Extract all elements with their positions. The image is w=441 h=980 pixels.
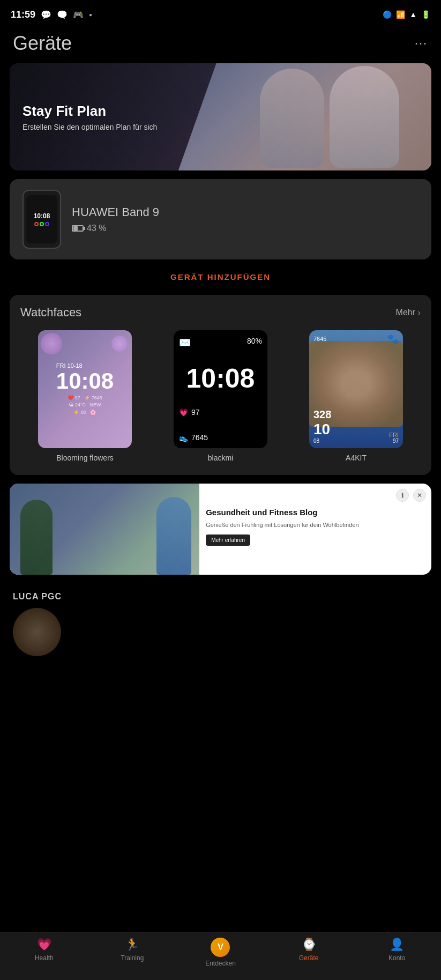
ring-red xyxy=(34,222,39,226)
blog-controls: ℹ ✕ xyxy=(396,489,426,502)
device-name: HUAWEI Band 9 xyxy=(72,205,418,219)
training-icon: 🏃 xyxy=(125,938,139,952)
wf-blackmi-steps: 👟 7645 xyxy=(179,433,208,442)
blog-mehr-erfahren-button[interactable]: Mehr erfahren xyxy=(206,534,250,546)
watch-screen: 10:08 xyxy=(26,195,57,243)
message-icon: 🗨️ xyxy=(57,10,68,20)
wf-blackmi-heart: 💗 97 xyxy=(179,408,200,417)
wf-blooming-date: FRI 10-18 xyxy=(56,362,114,369)
entdecken-icon: V xyxy=(211,938,230,957)
runner1 xyxy=(20,500,53,575)
wf-blooming-time: 10:08 xyxy=(56,370,114,392)
wf-a4kit-label: A4KIT xyxy=(346,454,367,462)
watchfaces-section: Watchfaces Mehr FRI 10-18 10:08 ❤️ 97 ⚡ … xyxy=(10,295,431,475)
device-info: HUAWEI Band 9 43 % xyxy=(72,205,418,233)
device-card[interactable]: 10:08 HUAWEI Band 9 43 % xyxy=(10,179,431,259)
watchface-preview-blooming: FRI 10-18 10:08 ❤️ 97 ⚡ 7645 🌤 24°C NEW … xyxy=(38,330,132,448)
page-header: Geräte ⋯ xyxy=(0,27,441,63)
mehr-chevron-icon xyxy=(417,307,421,318)
watchfaces-header: Watchfaces Mehr xyxy=(20,306,421,320)
wf-blooming-stats: ❤️ 97 ⚡ 7645 🌤 24°C NEW ⚡ 80 🌸 xyxy=(56,395,114,417)
watch-time-display: 10:08 xyxy=(34,212,50,220)
blog-info-button[interactable]: ℹ xyxy=(396,489,409,502)
watch-activity-rings xyxy=(34,222,49,226)
status-bar: 11:59 💬 🗨️ 🎮 ● 🔵 📶 ▲ 🔋 xyxy=(0,0,441,27)
wf-a4kit-bottom: 328 10 08 FRI 97 xyxy=(313,409,399,444)
health-icon: 💗 xyxy=(37,938,51,952)
watchface-item-blackmi[interactable]: ✉️ 80% 10:08 💗 97 👟 7645 blackmi xyxy=(156,330,285,462)
watchface-preview-a4kit: 🐾 7645 328 10 08 FRI 97 xyxy=(309,330,403,448)
luca-avatar[interactable] xyxy=(13,608,61,656)
add-device-label: GERÄT HINZUFÜGEN xyxy=(170,272,271,281)
wf-blackmi-heart-val: 97 xyxy=(191,408,200,417)
luca-title: LUCA PGC xyxy=(13,592,428,602)
more-menu-button[interactable]: ⋯ xyxy=(414,36,428,51)
main-content: Geräte ⋯ Stay Fit Plan Erstellen Sie den… xyxy=(0,27,441,738)
mehr-label: Mehr xyxy=(396,308,415,317)
training-label: Training xyxy=(121,954,144,962)
geraete-icon: ⌚ xyxy=(302,938,316,952)
wf-a4kit-steps-num: 7645 xyxy=(313,336,326,342)
stay-fit-banner[interactable]: Stay Fit Plan Erstellen Sie den optimale… xyxy=(10,63,431,170)
konto-label: Konto xyxy=(388,954,405,962)
watchface-preview-blackmi: ✉️ 80% 10:08 💗 97 👟 7645 xyxy=(174,330,267,448)
wf-blackmi-mail-icon: ✉️ xyxy=(179,337,191,348)
battery-percent: 43 % xyxy=(87,224,106,233)
bottom-navigation: 💗 Health 🏃 Training V Entdecken ⌚ Geräte… xyxy=(0,932,441,980)
flower-decoration-1 xyxy=(41,333,62,354)
wf-a4kit-day: FRI xyxy=(389,432,399,438)
watchfaces-title: Watchfaces xyxy=(20,306,81,320)
luca-section: LUCA PGC xyxy=(0,583,441,660)
wf-a4kit-top-right: 🐾 xyxy=(387,333,399,345)
nav-item-health[interactable]: 💗 Health xyxy=(23,938,65,972)
flower-decoration-2 xyxy=(111,336,128,352)
wf-blackmi-label: blackmi xyxy=(208,454,233,462)
watchface-item-blooming[interactable]: FRI 10-18 10:08 ❤️ 97 ⚡ 7645 🌤 24°C NEW … xyxy=(20,330,150,462)
nav-item-geraete[interactable]: ⌚ Geräte xyxy=(287,938,330,972)
bluetooth-icon: 🔵 xyxy=(383,10,392,19)
banner-text-container: Stay Fit Plan Erstellen Sie den optimale… xyxy=(23,103,157,131)
blog-description: Genieße den Frühling mit Lösungen für de… xyxy=(206,521,425,529)
geraete-label: Geräte xyxy=(299,954,319,962)
nav-item-konto[interactable]: 👤 Konto xyxy=(376,938,418,972)
wf-a4kit-time: 10 xyxy=(313,421,331,438)
banner-person2 xyxy=(330,66,399,168)
wf-a4kit-heart: 08 xyxy=(313,438,331,444)
device-watch-image: 10:08 xyxy=(23,190,61,249)
blog-close-button[interactable]: ✕ xyxy=(413,489,426,502)
banner-title: Stay Fit Plan xyxy=(23,103,157,120)
blog-image xyxy=(10,484,199,575)
add-device-button[interactable]: GERÄT HINZUFÜGEN xyxy=(0,268,441,295)
nav-item-entdecken[interactable]: V Entdecken xyxy=(199,938,242,972)
wf-blackmi-percent: 80% xyxy=(247,337,262,348)
entdecken-label: Entdecken xyxy=(205,960,236,967)
time-display: 11:59 xyxy=(11,9,35,20)
wf-blackmi-time: 10:08 xyxy=(179,365,262,392)
blog-card[interactable]: ℹ ✕ Gesundheit und Fitness Blog Genieße … xyxy=(10,484,431,575)
wifi-icon: 📶 xyxy=(396,10,405,19)
status-right-icons: 🔵 📶 ▲ 🔋 xyxy=(383,10,430,19)
nav-item-training[interactable]: 🏃 Training xyxy=(111,938,154,972)
wf-blackmi-top: ✉️ 80% xyxy=(179,337,262,348)
entdecken-v-icon: V xyxy=(218,942,223,952)
battery-icon-status: 🔋 xyxy=(421,10,430,19)
wf-a4kit-heart-val: 97 xyxy=(389,438,399,444)
ring-green xyxy=(40,222,44,226)
page-title: Geräte xyxy=(13,32,72,55)
ring-blue xyxy=(45,222,49,226)
battery-icon-device xyxy=(72,225,84,232)
steps-icon: 👟 xyxy=(179,433,188,442)
health-label: Health xyxy=(35,954,54,962)
device-battery: 43 % xyxy=(72,224,418,233)
status-time: 11:59 💬 🗨️ 🎮 ● xyxy=(11,9,92,20)
mehr-button[interactable]: Mehr xyxy=(396,307,421,318)
runner2 xyxy=(156,497,191,575)
wf-a4kit-left-info: 328 10 08 xyxy=(313,409,331,444)
battery-fill xyxy=(73,226,78,231)
wf-blackmi-steps-val: 7645 xyxy=(191,433,208,442)
paw-icon: 🐾 xyxy=(387,334,399,345)
watchfaces-grid: FRI 10-18 10:08 ❤️ 97 ⚡ 7645 🌤 24°C NEW … xyxy=(20,330,421,462)
banner-person1 xyxy=(260,69,324,168)
signal-icon: ▲ xyxy=(409,10,417,19)
watchface-item-a4kit[interactable]: 🐾 7645 328 10 08 FRI 97 xyxy=(291,330,421,462)
